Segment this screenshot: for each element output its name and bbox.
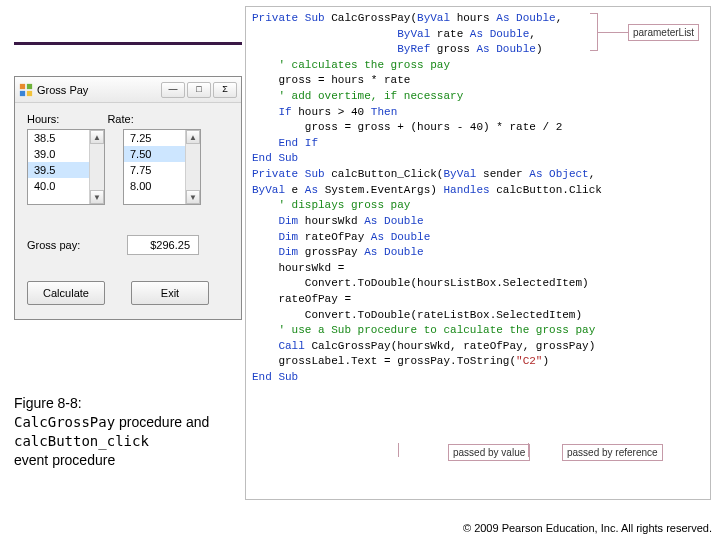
list-item[interactable]: 39.5 — [28, 162, 89, 178]
svg-rect-3 — [27, 90, 32, 95]
caption-mono-2: calcButton_click — [14, 433, 149, 449]
list-labels: Hours: Rate: — [27, 113, 229, 125]
form-body: Hours: Rate: 38.5 39.0 39.5 40.0 ▲ ▼ 7.2… — [15, 103, 241, 319]
caption-text-1: procedure and — [115, 414, 209, 430]
close-icon: Σ — [222, 85, 228, 94]
hours-listbox[interactable]: 38.5 39.0 39.5 40.0 ▲ ▼ — [27, 129, 105, 205]
list-item[interactable]: 7.75 — [124, 162, 185, 178]
scroll-up-button[interactable]: ▲ — [186, 130, 200, 144]
chevron-down-icon: ▼ — [189, 193, 197, 202]
chevron-down-icon: ▼ — [93, 193, 101, 202]
scroll-down-button[interactable]: ▼ — [186, 190, 200, 204]
gross-pay-label: Gross pay: — [27, 239, 107, 251]
callout-byref: passed by reference — [562, 444, 663, 461]
svg-rect-2 — [20, 90, 25, 95]
button-row: Calculate Exit — [27, 281, 229, 305]
calculate-button[interactable]: Calculate — [27, 281, 105, 305]
close-button[interactable]: Σ — [213, 82, 237, 98]
minimize-button[interactable]: — — [161, 82, 185, 98]
horizontal-rule — [14, 42, 242, 45]
scrollbar[interactable]: ▲ ▼ — [185, 130, 200, 204]
caption-mono-1: CalcGrossPay — [14, 414, 115, 430]
callout-byval: passed by value — [448, 444, 530, 461]
rate-listbox[interactable]: 7.25 7.50 7.75 8.00 ▲ ▼ — [123, 129, 201, 205]
hours-items: 38.5 39.0 39.5 40.0 — [28, 130, 89, 204]
paramlist-line — [598, 32, 628, 33]
footer-copyright: © 2009 Pearson Education, Inc. All right… — [0, 522, 720, 534]
list-item[interactable]: 40.0 — [28, 178, 89, 194]
list-item[interactable]: 8.00 — [124, 178, 185, 194]
hours-label: Hours: — [27, 113, 59, 125]
byval-line — [398, 443, 399, 457]
scroll-down-button[interactable]: ▼ — [90, 190, 104, 204]
list-item[interactable]: 39.0 — [28, 146, 89, 162]
list-item[interactable]: 7.50 — [124, 146, 185, 162]
maximize-button[interactable]: □ — [187, 82, 211, 98]
listboxes: 38.5 39.0 39.5 40.0 ▲ ▼ 7.25 7.50 7.75 8… — [27, 129, 229, 205]
window-titlebar: Gross Pay — □ Σ — [15, 77, 241, 103]
rate-items: 7.25 7.50 7.75 8.00 — [124, 130, 185, 204]
exit-button[interactable]: Exit — [131, 281, 209, 305]
figure-caption: Figure 8-8: CalcGrossPay procedure and c… — [14, 394, 244, 470]
gross-pay-value: $296.25 — [127, 235, 199, 255]
paramlist-brace — [590, 13, 598, 51]
code-panel: Private Sub CalcGrossPay(ByVal hours As … — [245, 6, 711, 500]
gross-pay-row: Gross pay: $296.25 — [27, 235, 229, 255]
caption-text-2: event procedure — [14, 452, 115, 468]
window-title: Gross Pay — [37, 84, 157, 96]
list-item[interactable]: 38.5 — [28, 130, 89, 146]
svg-rect-1 — [27, 83, 32, 88]
chevron-up-icon: ▲ — [189, 133, 197, 142]
gross-pay-window: Gross Pay — □ Σ Hours: Rate: 38.5 39.0 3… — [14, 76, 242, 320]
svg-rect-0 — [20, 83, 25, 88]
chevron-up-icon: ▲ — [93, 133, 101, 142]
minimize-icon: — — [169, 85, 178, 94]
figure-number: Figure 8-8: — [14, 395, 82, 411]
app-icon — [19, 83, 33, 97]
scroll-up-button[interactable]: ▲ — [90, 130, 104, 144]
byref-line — [528, 443, 529, 457]
callout-parameterlist: parameterList — [628, 24, 699, 41]
scrollbar[interactable]: ▲ ▼ — [89, 130, 104, 204]
rate-label: Rate: — [107, 113, 133, 125]
window-buttons: — □ Σ — [161, 82, 237, 98]
maximize-icon: □ — [196, 85, 201, 94]
list-item[interactable]: 7.25 — [124, 130, 185, 146]
